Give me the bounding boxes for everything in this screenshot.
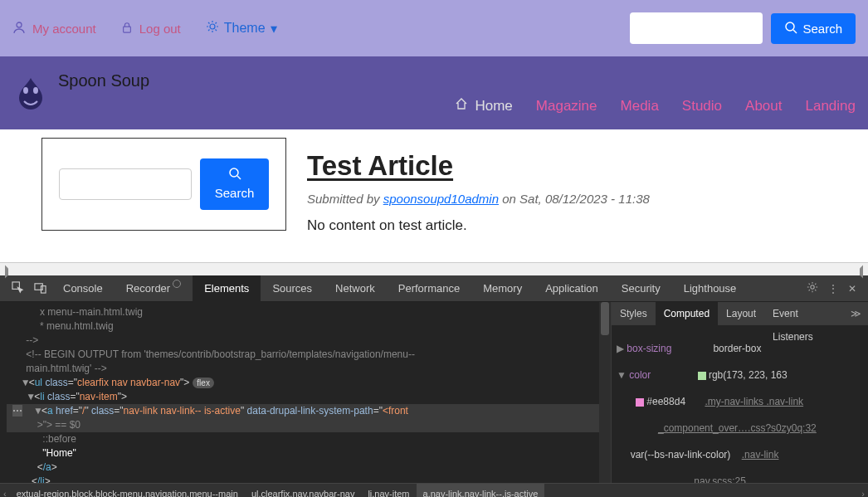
tab-recorder[interactable]: Recorder [115,275,193,302]
chevron-right-icon[interactable]: › [858,484,868,498]
nav-home[interactable]: Home [455,97,512,115]
stab-styles[interactable]: Styles [612,302,656,325]
tab-performance[interactable]: Performance [387,275,471,302]
nav-magazine[interactable]: Magazine [536,98,597,115]
stab-computed[interactable]: Computed [656,302,718,325]
theme-dropdown[interactable]: Theme ▾ [206,20,277,37]
tab-lighthouse[interactable]: Lighthouse [672,275,749,302]
stab-events[interactable]: Event Listeners [764,302,844,325]
sidebar-search-block: Search [0,129,282,262]
computed-panel[interactable]: ▶ box-sizing border-box ▼ color rgb(173,… [612,325,868,483]
svg-point-4 [23,87,28,94]
drupal-logo-icon[interactable] [12,75,50,112]
sidebar-search-label: Search [215,186,255,200]
my-account-link[interactable]: My account [12,21,96,37]
sun-icon [206,20,219,37]
svg-point-0 [17,22,22,27]
device-icon[interactable] [29,281,51,296]
stab-layout[interactable]: Layout [718,302,764,325]
inspect-icon[interactable] [7,281,29,296]
tab-security[interactable]: Security [610,275,672,302]
horizontal-scrollbar[interactable] [0,262,868,275]
devtools-tabbar: Console Recorder Elements Sources Networ… [0,275,868,302]
main-nav-links: Home Magazine Media Studio About Landing [455,97,856,115]
breadcrumb-bar[interactable]: ‹ extual-region.block.block-menu.navigat… [0,483,868,497]
article-title[interactable]: Test Article [307,150,650,182]
article-body: No content on test article. [307,217,650,234]
sidebar-search-input[interactable] [59,168,192,200]
caret-down-icon: ▾ [271,21,277,37]
svg-rect-1 [123,27,130,32]
code-line[interactable]: </li> [7,475,604,483]
lock-icon [121,22,133,36]
svg-point-3 [786,22,794,31]
more-tabs-icon[interactable]: ≫ [844,308,868,319]
logout-link[interactable]: Log out [121,22,181,36]
meta-on: on [499,192,519,206]
tab-application[interactable]: Application [534,275,610,302]
theme-label: Theme [224,21,266,36]
my-account-label: My account [32,22,96,36]
elements-tree[interactable]: x menu--main.html.twig * menu.html.twig … [0,302,611,483]
svg-point-2 [210,24,215,29]
code-line: <!-- BEGIN OUTPUT from 'themes/contrib/b… [7,348,604,362]
top-search-label: Search [802,22,842,36]
code-line[interactable]: >"> == $0 [7,418,604,432]
article-author-link[interactable]: spoonsoupd10admin [383,192,499,206]
code-line: main.html.twig' --> [7,362,604,376]
article-meta: Submitted by spoonsoupd10admin on Sat, 0… [307,192,650,206]
sidebar-tabs: Styles Computed Layout Event Listeners ≫ [612,302,868,325]
tab-memory[interactable]: Memory [471,275,534,302]
code-line-selected[interactable]: ⋯ ▼<a href="/" class="nav-link nav-link-… [7,404,604,418]
meta-prefix: Submitted by [307,192,383,206]
nav-media[interactable]: Media [621,98,659,115]
code-line[interactable]: ▼<li class="nav-item"> [7,390,604,404]
nav-studio[interactable]: Studio [682,98,722,115]
close-icon[interactable]: ✕ [843,283,861,295]
top-search-input[interactable] [630,12,763,44]
user-toolbar: My account Log out Theme ▾ Search [0,0,868,56]
gear-icon[interactable] [802,281,823,295]
main-navbar: Spoon Soup Home Magazine Media Studio Ab… [0,56,868,129]
code-line[interactable]: ▼<ul class="clearfix nav navbar-nav">fle… [7,376,604,390]
search-icon [784,21,797,37]
content-area: Search Test Article Submitted by spoonso… [0,129,868,262]
code-line: --> [7,334,604,348]
logout-label: Log out [139,22,181,36]
site-brand[interactable]: Spoon Soup [58,71,149,90]
sidebar-search-button[interactable]: Search [200,158,270,210]
crumb[interactable]: li.nav-item [361,484,416,498]
kebab-icon[interactable]: ⋮ [823,283,843,295]
tab-console[interactable]: Console [51,275,115,302]
search-icon [228,167,241,183]
devtools-sidebar: Styles Computed Layout Event Listeners ≫… [611,302,868,483]
top-search-area: Search [630,12,856,44]
article-main: Test Article Submitted by spoonsoupd10ad… [282,129,650,262]
user-links: My account Log out Theme ▾ [12,20,277,37]
code-line: x menu--main.html.twig [7,305,604,319]
sidebar-search-box: Search [41,138,286,231]
vertical-scrollbar[interactable] [599,302,611,483]
crumb-active[interactable]: a.nav-link.nav-link--.is-active [417,484,545,498]
article-date: Sat, 08/12/2023 - 11:38 [519,192,650,206]
code-line[interactable]: ::before [7,432,604,446]
svg-point-10 [811,285,814,289]
chevron-left-icon[interactable]: ‹ [0,484,10,498]
home-icon [455,97,468,115]
devtools-panel: Console Recorder Elements Sources Networ… [0,275,868,497]
nav-landing[interactable]: Landing [805,98,856,115]
nav-home-label: Home [475,98,512,115]
code-line: * menu.html.twig [7,319,604,334]
nav-about[interactable]: About [745,98,782,115]
svg-point-5 [33,87,38,94]
code-line[interactable]: </a> [7,460,604,475]
devtools-body: x menu--main.html.twig * menu.html.twig … [0,302,868,483]
user-icon [12,21,26,37]
code-line[interactable]: "Home" [7,446,604,460]
crumb[interactable]: ul.clearfix.nav.navbar-nav [245,484,362,498]
tab-sources[interactable]: Sources [261,275,324,302]
crumb[interactable]: extual-region.block.block-menu.navigatio… [10,484,245,498]
top-search-button[interactable]: Search [771,13,856,44]
tab-network[interactable]: Network [324,275,387,302]
tab-elements[interactable]: Elements [193,275,261,302]
